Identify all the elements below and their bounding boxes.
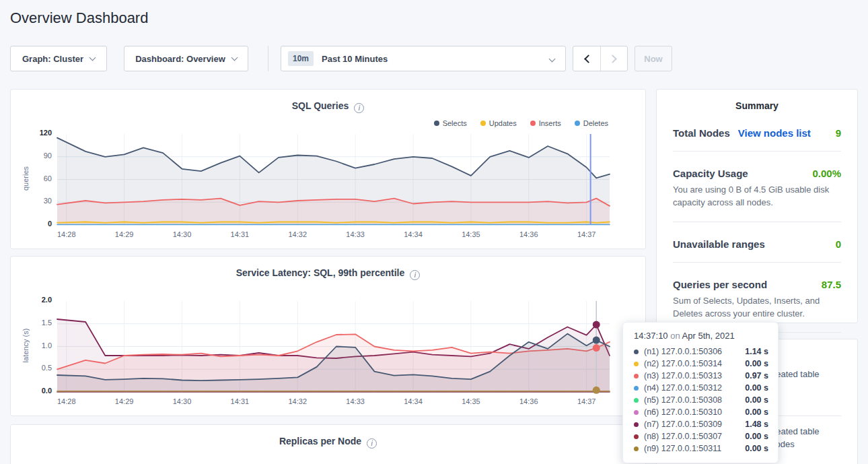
time-next-button[interactable] [600,46,627,71]
x-axis-tick: 14:36 [515,230,542,238]
replicas-per-node-title: Replicas per Nodei [11,425,645,449]
graph-dropdown[interactable]: Graph: Cluster [10,46,107,71]
legend-label: Inserts [539,119,561,127]
x-axis-tick: 14:30 [168,397,195,405]
x-axis-tick: 14:37 [573,397,600,405]
service-latency-svg [57,301,610,392]
legend-item-inserts[interactable]: Inserts [530,119,561,127]
x-axis-tick: 14:32 [284,230,311,238]
tooltip-node: (n8) 127.0.0.1:50307 [644,432,741,441]
service-latency-plot[interactable]: 14:2814:2914:3014:3114:3214:3314:3414:35… [57,301,610,392]
legend-dot [480,121,486,126]
node-color-dot [634,446,639,451]
service-latency-card: Service Latency: SQL, 99th percentilei 1… [10,256,646,416]
tooltip-row: (n4) 127.0.0.1:503120.00 s [634,382,768,394]
x-axis-tick: 14:36 [515,397,542,405]
divider [673,262,841,263]
divider [673,151,841,152]
x-axis-tick: 14:28 [53,230,80,238]
legend-label: Deletes [583,119,608,127]
view-nodes-list-link[interactable]: View nodes list [738,127,811,139]
tooltip-value: 0.00 s [745,444,768,453]
tooltip-node: (n7) 127.0.0.1:50309 [644,420,741,429]
y-axis-tick: 120 [24,129,52,137]
tooltip-row: (n9) 127.0.0.1:503110.00 s [634,442,768,455]
chart-legend: SelectsUpdatesInsertsDeletes [421,119,608,127]
divider [673,222,841,222]
replicas-per-node-card: Replicas per Nodei [10,424,646,464]
service-latency-title: Service Latency: SQL, 99th percentilei [11,257,645,280]
y-axis-label: queries [22,138,30,219]
x-axis-tick: 14:35 [458,230,484,238]
time-range-label: Past 10 Minutes [322,54,388,64]
node-color-dot [634,434,639,439]
tooltip-row: (n1) 127.0.0.1:503061.14 s [634,345,768,358]
tooltip-value: 0.00 s [745,383,768,393]
time-range-dropdown[interactable]: 10m Past 10 Minutes [281,46,566,71]
node-color-dot [634,422,639,427]
sql-queries-title: SQL Queriesi [11,90,645,113]
y-axis-tick: 0 [24,220,52,228]
dashboard-dropdown[interactable]: Dashboard: Overview [124,46,248,71]
node-color-dot [634,386,639,391]
summary-row-qps: Queries per second 87.5 [673,279,841,290]
x-axis-tick: 14:33 [342,230,369,238]
y-axis-label: latency (s) [22,305,30,386]
x-axis-tick: 14:30 [168,230,195,238]
qps-desc: Sum of Selects, Updates, Inserts, and De… [673,295,841,321]
dashboard-controls: Graph: Cluster Dashboard: Overview 10m P… [10,46,672,71]
summary-title: Summary [657,90,857,111]
summary-row-capacity: Capacity Usage 0.00% [673,168,841,179]
node-color-dot [634,362,639,366]
x-axis-tick: 14:28 [53,397,80,405]
info-icon[interactable]: i [410,270,420,280]
tooltip-row: (n7) 127.0.0.1:503091.48 s [634,418,768,430]
tooltip-value: 0.00 s [745,407,768,417]
summary-row-unavailable: Unavailable ranges 0 [673,238,841,250]
legend-dot [530,121,536,126]
node-color-dot [634,374,639,378]
info-icon[interactable]: i [367,438,377,449]
time-step-buttons [573,46,628,71]
tooltip-row: (n8) 127.0.0.1:503070.00 s [634,430,768,442]
chevron-left-icon [584,55,593,63]
x-axis-tick: 14:29 [111,230,138,238]
summary-panel: Summary Total Nodes View nodes list 9 Ca… [656,89,858,323]
chevron-down-icon [549,56,556,63]
x-axis-tick: 14:32 [284,397,311,405]
legend-dot [434,121,439,126]
tooltip-node: (n1) 127.0.0.1:50306 [644,347,741,356]
total-nodes-value: 9 [836,127,841,139]
time-prev-button[interactable] [573,46,600,71]
sql-queries-plot[interactable]: 14:2814:2914:3014:3114:3214:3314:3414:35… [57,134,610,225]
legend-item-updates[interactable]: Updates [480,119,517,127]
tooltip-node: (n4) 127.0.0.1:50312 [644,383,741,393]
tooltip-row: (n6) 127.0.0.1:503100.00 s [634,406,768,418]
x-axis-tick: 14:31 [226,397,253,405]
node-color-dot [634,350,639,354]
now-button[interactable]: Now [635,46,672,71]
tooltip-node: (n9) 127.0.0.1:50311 [644,444,741,453]
legend-item-deletes[interactable]: Deletes [575,119,608,127]
page-title: Overview Dashboard [10,9,148,27]
tooltip-value: 0.00 s [745,432,768,441]
x-axis-tick: 14:33 [342,397,369,405]
legend-item-selects[interactable]: Selects [434,119,467,127]
latency-tooltip: 14:37:10 on Apr 5th, 2021 (n1) 127.0.0.1… [622,322,779,463]
info-icon[interactable]: i [354,103,364,113]
x-axis-tick: 14:37 [573,230,600,238]
legend-dot [575,121,580,126]
sql-queries-svg [57,134,610,225]
chevron-right-icon [608,55,617,63]
tooltip-node: (n3) 127.0.0.1:50313 [644,371,741,380]
sql-queries-card: SQL Queriesi SelectsUpdatesInsertsDelete… [10,89,646,249]
qps-value: 87.5 [822,279,841,290]
tooltip-row: (n3) 127.0.0.1:503130.97 s [634,370,768,382]
legend-label: Updates [489,119,517,127]
x-axis-tick: 14:34 [400,230,427,238]
chevron-down-icon [231,54,238,61]
capacity-usage-value: 0.00% [812,168,841,179]
tooltip-timestamp: 14:37:10 on Apr 5th, 2021 [634,331,768,341]
x-axis-tick: 14:29 [111,397,138,405]
tooltip-value: 0.97 s [745,371,768,380]
